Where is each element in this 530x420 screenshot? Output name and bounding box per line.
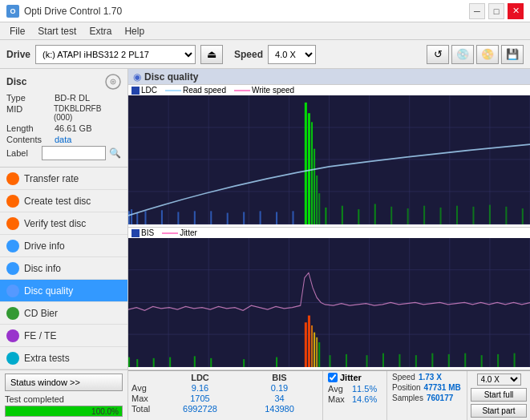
mid-value: TDKBLDRFB (000) xyxy=(54,104,121,122)
disc-panel-title: Disc xyxy=(6,76,26,87)
sidebar-item-verify-test-disc[interactable]: Verify test disc xyxy=(0,212,127,235)
app-icon: O xyxy=(6,5,19,18)
svg-rect-24 xyxy=(177,212,179,224)
extra-tests-label: Extra tests xyxy=(24,353,70,364)
sidebar-item-fe-te[interactable]: FE / TE xyxy=(0,325,127,347)
progress-bar: 100.0% xyxy=(5,406,123,417)
minimize-button[interactable]: ─ xyxy=(469,3,485,19)
transfer-rate-label: Transfer rate xyxy=(24,173,79,184)
svg-rect-21 xyxy=(136,213,138,224)
start-full-button[interactable]: Start full xyxy=(471,388,527,402)
svg-rect-33 xyxy=(308,113,310,224)
label-label: Label xyxy=(6,148,38,158)
sidebar-item-extra-tests[interactable]: Extra tests xyxy=(0,347,127,370)
disc-write-button[interactable]: 📀 xyxy=(476,45,499,64)
svg-rect-93 xyxy=(153,358,155,367)
bis-color-box xyxy=(131,229,140,237)
svg-rect-31 xyxy=(292,211,293,224)
disc-info-panel: Disc Type BD-R DL MID TDKBLDRFB (000) Le… xyxy=(0,69,127,168)
drive-selector[interactable]: (k:) ATAPI iHBS312 2 PL17 xyxy=(35,45,196,64)
status-window-button[interactable]: Status window >> xyxy=(5,374,123,391)
svg-rect-96 xyxy=(210,358,212,367)
sidebar-item-disc-info[interactable]: Disc info xyxy=(0,257,127,280)
svg-rect-26 xyxy=(210,211,212,224)
fe-te-icon xyxy=(6,329,19,342)
svg-rect-20 xyxy=(131,209,132,224)
svg-rect-103 xyxy=(316,337,318,367)
svg-rect-111 xyxy=(431,353,433,367)
menu-help[interactable]: Help xyxy=(118,24,151,38)
jitter-avg: 11.5% xyxy=(352,384,377,394)
menu-start-test[interactable]: Start test xyxy=(31,24,83,38)
jitter-checkbox[interactable] xyxy=(328,373,338,382)
verify-test-disc-icon xyxy=(6,217,19,230)
menu-bar: File Start test Extra Help xyxy=(0,22,530,40)
jitter-max: 14.6% xyxy=(352,394,377,404)
mid-label: MID xyxy=(6,104,54,122)
menu-extra[interactable]: Extra xyxy=(83,24,118,38)
samples-val: 760177 xyxy=(427,394,453,402)
max-label: Max xyxy=(131,394,160,403)
disc-quality-label: Disc quality xyxy=(24,285,73,297)
svg-rect-46 xyxy=(456,206,458,224)
status-bar: Test completed 100.0% xyxy=(5,394,123,417)
svg-rect-94 xyxy=(169,357,171,367)
close-button[interactable]: ✕ xyxy=(508,3,524,19)
ldc-chart-svg: 2000 1500 1000 500 0.0 18X 16X 14X 12X 1… xyxy=(128,95,530,224)
bis-legend: BIS Jitter xyxy=(128,228,530,238)
svg-rect-28 xyxy=(243,212,245,224)
svg-rect-30 xyxy=(276,212,277,224)
svg-rect-29 xyxy=(260,211,261,224)
svg-rect-27 xyxy=(227,213,229,224)
eject-button[interactable]: ⏏ xyxy=(200,45,223,64)
stats-row: LDC BIS Avg 9.16 0.19 Max 1705 34 Tota xyxy=(128,370,530,420)
write-speed-legend-item: Write speed xyxy=(234,86,294,95)
svg-rect-34 xyxy=(311,122,313,224)
bis-total: 143980 xyxy=(240,404,319,414)
sidebar-item-transfer-rate[interactable]: Transfer rate xyxy=(0,168,127,190)
svg-rect-50 xyxy=(522,208,524,224)
refresh-button[interactable]: ↺ xyxy=(427,45,449,64)
ldc-bis-stats: LDC BIS Avg 9.16 0.19 Max 1705 34 Tota xyxy=(128,371,323,420)
title-bar: O Opti Drive Control 1.70 ─ □ ✕ xyxy=(0,0,530,22)
sidebar-item-disc-quality[interactable]: Disc quality xyxy=(0,280,127,302)
svg-rect-115 xyxy=(497,354,499,367)
sidebar-item-cd-bier[interactable]: CD Bier xyxy=(0,302,127,325)
svg-rect-95 xyxy=(194,356,196,367)
bis-max: 34 xyxy=(240,394,319,403)
action-speed-selector[interactable]: 4.0 X xyxy=(477,374,521,386)
svg-rect-37 xyxy=(318,193,320,224)
svg-rect-110 xyxy=(415,355,417,367)
svg-rect-91 xyxy=(128,357,130,367)
disc-length-row: Length 46.61 GB xyxy=(6,123,121,133)
svg-rect-98 xyxy=(276,357,277,367)
ldc-legend-item: LDC xyxy=(131,86,157,95)
jitter-header: Jitter xyxy=(340,373,362,382)
ldc-chart-container: LDC Read speed Write speed xyxy=(128,85,530,228)
disc-read-button[interactable]: 💿 xyxy=(451,45,474,64)
svg-rect-108 xyxy=(382,353,384,367)
ldc-avg: 9.16 xyxy=(160,383,240,393)
svg-rect-109 xyxy=(399,354,400,367)
svg-rect-102 xyxy=(314,333,315,367)
jitter-avg-label: Avg xyxy=(328,384,352,394)
disc-label-row: Label 🔍 xyxy=(6,146,121,160)
label-input[interactable] xyxy=(42,146,106,160)
bis-header: BIS xyxy=(240,373,319,382)
label-search-icon[interactable]: 🔍 xyxy=(109,147,121,159)
svg-rect-106 xyxy=(346,354,347,367)
save-button[interactable]: 💾 xyxy=(501,45,524,64)
svg-rect-49 xyxy=(505,207,507,224)
svg-rect-22 xyxy=(144,211,146,224)
maximize-button[interactable]: □ xyxy=(488,3,504,19)
disc-quality-header-icon: ◉ xyxy=(133,71,141,83)
speed-selector[interactable]: 4.0 X xyxy=(268,45,316,64)
menu-file[interactable]: File xyxy=(3,24,31,38)
svg-rect-32 xyxy=(305,103,307,224)
disc-contents-row: Contents data xyxy=(6,135,121,144)
svg-rect-41 xyxy=(374,204,376,224)
sidebar-item-create-test-disc[interactable]: Create test disc xyxy=(0,190,127,212)
start-part-button[interactable]: Start part xyxy=(471,404,527,418)
sidebar-item-drive-info[interactable]: Drive info xyxy=(0,235,127,257)
extra-tests-icon xyxy=(6,352,19,365)
